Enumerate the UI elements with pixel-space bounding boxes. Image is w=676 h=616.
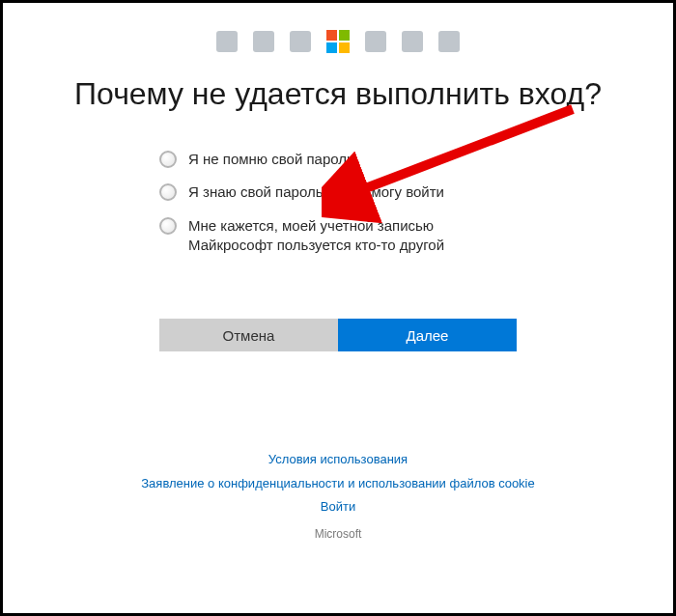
brand-label: Microsoft (3, 523, 673, 546)
terms-link[interactable]: Условия использования (268, 448, 408, 472)
option-forgot-password[interactable]: Я не помню свой пароль (159, 150, 517, 169)
signin-link[interactable]: Войти (321, 495, 355, 519)
option-label: Я не помню свой пароль (188, 150, 354, 169)
skype-icon (402, 31, 423, 52)
onedrive-icon (253, 31, 274, 52)
next-button[interactable]: Далее (338, 319, 517, 351)
footer: Условия использования Заявление о конфид… (3, 448, 673, 546)
option-know-password-cant-signin[interactable]: Я знаю свой пароль, но не могу войти (159, 182, 517, 202)
radio-icon[interactable] (159, 151, 177, 168)
privacy-link[interactable]: Заявление о конфиденциальности и использ… (141, 472, 534, 496)
button-row: Отмена Далее (159, 319, 517, 351)
page-title: Почему не удается выполнить вход? (3, 74, 673, 113)
radio-icon[interactable] (159, 183, 177, 201)
xbox-icon (365, 31, 386, 52)
microsoft-logo-icon (326, 30, 350, 53)
bing-icon (438, 31, 460, 52)
outlook-icon (290, 31, 311, 52)
cancel-button[interactable]: Отмена (159, 319, 338, 351)
option-label: Я знаю свой пароль, но не могу войти (188, 182, 444, 202)
office-icon (216, 31, 238, 52)
reason-options: Я не помню свой пароль Я знаю свой парол… (159, 150, 517, 255)
option-label: Мне кажется, моей учетной записью Майкро… (188, 216, 517, 256)
option-account-compromised[interactable]: Мне кажется, моей учетной записью Майкро… (159, 216, 517, 256)
radio-icon[interactable] (159, 217, 177, 235)
service-icons-row (3, 3, 673, 74)
